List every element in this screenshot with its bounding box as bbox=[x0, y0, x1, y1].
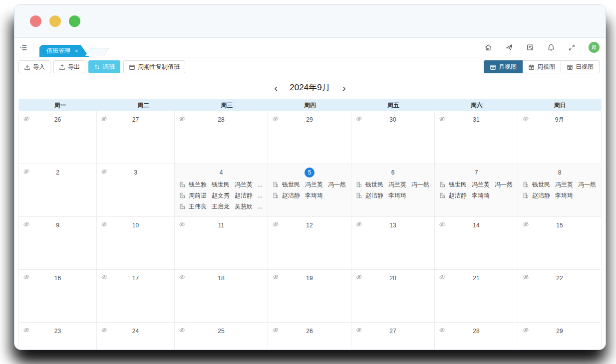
calendar-day-cell[interactable]: 16 bbox=[19, 270, 97, 323]
eye-invisible-icon[interactable] bbox=[522, 221, 529, 228]
calendar-day-cell[interactable]: 2 bbox=[19, 164, 97, 217]
window-zoom-button[interactable] bbox=[69, 15, 80, 27]
calendar-day-cell[interactable]: 25 bbox=[175, 323, 268, 350]
calendar-day-cell[interactable]: 12 bbox=[268, 217, 351, 270]
day-view-button[interactable]: 日视图 bbox=[561, 60, 600, 73]
eye-invisible-icon[interactable] bbox=[101, 327, 108, 334]
eye-invisible-icon[interactable] bbox=[101, 168, 108, 175]
eye-invisible-icon[interactable] bbox=[355, 221, 362, 228]
calendar-day-cell[interactable]: 31 bbox=[435, 111, 518, 164]
duty-entry[interactable]: 钱世民冯兰英冯一然 bbox=[523, 179, 601, 190]
import-button[interactable]: 导入 bbox=[18, 60, 50, 73]
eye-invisible-icon[interactable] bbox=[23, 168, 30, 175]
audit-icon[interactable] bbox=[526, 43, 534, 51]
calendar-day-cell[interactable]: 7钱世民冯兰英冯一然赵洁静李琦琦 bbox=[435, 164, 518, 217]
home-icon[interactable] bbox=[484, 43, 492, 51]
eye-invisible-icon[interactable] bbox=[439, 115, 446, 122]
calendar-day-cell[interactable]: 20 bbox=[351, 270, 435, 323]
eye-invisible-icon[interactable] bbox=[179, 327, 186, 334]
calendar-day-cell[interactable]: 26 bbox=[19, 111, 97, 164]
eye-invisible-icon[interactable] bbox=[23, 274, 30, 281]
export-button[interactable]: 导出 bbox=[53, 60, 85, 73]
eye-invisible-icon[interactable] bbox=[179, 115, 186, 122]
eye-invisible-icon[interactable] bbox=[272, 327, 279, 334]
calendar-day-cell[interactable]: 11 bbox=[175, 217, 268, 270]
duty-entry[interactable]: 赵洁静李琦琦 bbox=[439, 190, 518, 201]
calendar-day-cell[interactable]: 21 bbox=[435, 270, 518, 323]
tab-close-icon[interactable]: × bbox=[75, 48, 78, 54]
eye-invisible-icon[interactable] bbox=[355, 327, 362, 334]
calendar-day-cell[interactable]: 22 bbox=[518, 270, 602, 323]
eye-invisible-icon[interactable] bbox=[439, 327, 446, 334]
duty-entry[interactable]: 赵洁静李琦琦 bbox=[356, 190, 434, 201]
send-icon[interactable] bbox=[505, 43, 513, 51]
calendar-day-cell[interactable]: 3 bbox=[97, 164, 175, 217]
calendar-day-cell[interactable]: 28 bbox=[175, 111, 268, 164]
periodic-copy-button[interactable]: 周期性复制值班 bbox=[123, 60, 185, 73]
eye-invisible-icon[interactable] bbox=[522, 327, 529, 334]
calendar-day-cell[interactable]: 13 bbox=[351, 217, 435, 270]
calendar-day-cell[interactable]: 18 bbox=[175, 270, 268, 323]
duty-entry[interactable]: 钱世民冯兰英冯一然 bbox=[439, 179, 518, 190]
calendar-day-cell[interactable]: 30 bbox=[351, 111, 435, 164]
eye-invisible-icon[interactable] bbox=[101, 115, 108, 122]
eye-invisible-icon[interactable] bbox=[23, 221, 30, 228]
eye-invisible-icon[interactable] bbox=[23, 327, 30, 334]
calendar-day-cell[interactable]: 29 bbox=[518, 323, 602, 350]
eye-invisible-icon[interactable] bbox=[272, 115, 279, 122]
calendar-day-cell[interactable]: 17 bbox=[97, 270, 175, 323]
duty-entry[interactable]: 周前进赵文秀赵洁静... bbox=[179, 190, 268, 201]
prev-month-button[interactable]: ‹ bbox=[273, 82, 279, 93]
calendar-day-cell[interactable]: 29 bbox=[268, 111, 351, 164]
calendar-day-cell[interactable]: 19 bbox=[268, 270, 351, 323]
eye-invisible-icon[interactable] bbox=[179, 274, 186, 281]
eye-invisible-icon[interactable] bbox=[439, 221, 446, 228]
calendar-day-cell[interactable]: 15 bbox=[518, 217, 602, 270]
week-view-button[interactable]: 周视图 bbox=[522, 60, 561, 73]
calendar-day-cell[interactable]: 23 bbox=[19, 323, 97, 350]
calendar-day-cell[interactable]: 9 bbox=[19, 217, 97, 270]
eye-invisible-icon[interactable] bbox=[272, 274, 279, 281]
duty-entry[interactable]: 赵洁静李琦琦 bbox=[273, 190, 351, 201]
month-view-button[interactable]: 月视图 bbox=[484, 60, 523, 73]
calendar-day-cell[interactable]: 14 bbox=[435, 217, 518, 270]
eye-invisible-icon[interactable] bbox=[355, 274, 362, 281]
menu-fold-icon[interactable] bbox=[19, 43, 28, 52]
calendar-day-cell[interactable]: 28 bbox=[435, 323, 518, 350]
window-close-button[interactable] bbox=[30, 15, 41, 27]
eye-invisible-icon[interactable] bbox=[101, 221, 108, 228]
calendar-day-cell[interactable]: 6钱世民冯兰英冯一然赵洁静李琦琦 bbox=[351, 164, 435, 217]
calendar-day-cell[interactable]: 27 bbox=[351, 323, 435, 350]
calendar-day-cell[interactable]: 5钱世民冯兰英冯一然赵洁静李琦琦 bbox=[268, 164, 351, 217]
expand-icon[interactable] bbox=[568, 44, 576, 51]
calendar-day-cell[interactable]: 9月 bbox=[518, 111, 602, 164]
eye-invisible-icon[interactable] bbox=[355, 115, 362, 122]
calendar-day-cell[interactable]: 4钱兰雅钱世民冯兰英...周前进赵文秀赵洁静...王伟良王启龙吴慧欣... bbox=[175, 164, 268, 217]
calendar-day-cell[interactable]: 10 bbox=[97, 217, 175, 270]
duty-entry[interactable]: 钱兰雅钱世民冯兰英... bbox=[179, 179, 268, 190]
next-month-button[interactable]: › bbox=[341, 82, 347, 93]
tab-duty-management[interactable]: 值班管理 × bbox=[39, 45, 89, 57]
day-number: 4 bbox=[175, 168, 268, 178]
duty-person-name: 钱世民 bbox=[449, 181, 467, 189]
user-avatar[interactable]: 超 bbox=[589, 42, 600, 53]
eye-invisible-icon[interactable] bbox=[101, 274, 108, 281]
eye-invisible-icon[interactable] bbox=[23, 115, 30, 122]
eye-invisible-icon[interactable] bbox=[272, 221, 279, 228]
bell-icon[interactable] bbox=[547, 43, 555, 51]
calendar-day-cell[interactable]: 24 bbox=[97, 323, 175, 350]
eye-invisible-icon[interactable] bbox=[522, 115, 529, 122]
calendar-day-cell[interactable]: 27 bbox=[97, 111, 175, 164]
duty-entry[interactable]: 钱世民冯兰英冯一然 bbox=[273, 179, 351, 190]
duty-entry[interactable]: 钱世民冯兰英冯一然 bbox=[356, 179, 434, 190]
window-minimize-button[interactable] bbox=[49, 15, 61, 27]
day-number: 9 bbox=[19, 220, 96, 230]
eye-invisible-icon[interactable] bbox=[179, 221, 186, 228]
eye-invisible-icon[interactable] bbox=[522, 274, 529, 281]
duty-entry[interactable]: 王伟良王启龙吴慧欣... bbox=[179, 201, 268, 212]
calendar-day-cell[interactable]: 26 bbox=[268, 323, 351, 350]
eye-invisible-icon[interactable] bbox=[439, 274, 446, 281]
duty-entry[interactable]: 赵洁静李琦琦 bbox=[523, 190, 601, 201]
calendar-day-cell[interactable]: 8钱世民冯兰英冯一然赵洁静李琦琦 bbox=[518, 164, 602, 217]
shift-adjust-button[interactable]: 调班 bbox=[88, 60, 120, 73]
